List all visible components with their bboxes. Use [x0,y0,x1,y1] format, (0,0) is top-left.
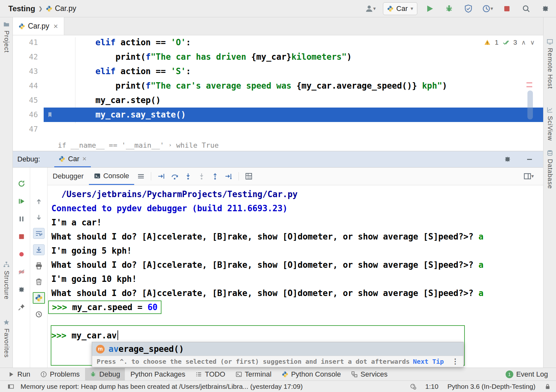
line-number[interactable]: 46 [13,108,38,122]
close-icon[interactable]: × [53,22,58,31]
pin-tab-button[interactable] [16,302,27,312]
profiler-button[interactable]: ▾ [482,4,493,14]
debugger-settings-button[interactable] [16,284,27,295]
coverage-button[interactable] [463,4,474,14]
toolbar-services[interactable]: Services [346,368,392,380]
debug-console[interactable]: /Users/jetbrains/PycharmProjects/Testing… [48,185,543,368]
tool-window-toggle-button[interactable] [6,381,15,392]
tool-window-button-sciview[interactable]: SciView [543,107,556,141]
completion-item[interactable]: m average_speed() [92,342,463,356]
project-name[interactable]: Testing [8,4,35,13]
line-number[interactable]: 43 [13,64,38,79]
editor-scrollbar[interactable] [527,91,533,119]
gear-icon [541,4,550,13]
toolbar-todo[interactable]: TODO [191,368,230,380]
breadcrumb-while[interactable]: while True [176,141,219,149]
code-line-46[interactable]: 46 my_car.say_state() [13,108,543,122]
user-menu-button[interactable]: ▾ [365,4,376,14]
toolbar-terminal[interactable]: Terminal [231,368,276,380]
toolbar-python-packages[interactable]: Python Packages [126,368,190,380]
show-python-prompt-button[interactable] [33,292,45,304]
toolbar-label: Event Log [516,370,548,379]
prev-problem-icon[interactable]: ∧ [521,39,526,46]
step-into-my-code-button[interactable] [196,171,207,181]
pause-button[interactable] [16,214,27,224]
settings-button[interactable] [540,4,551,14]
tool-window-button-favorites[interactable]: Favorites [0,319,13,358]
close-icon[interactable]: × [82,155,86,163]
next-tip-link[interactable]: Next Tip [413,358,444,365]
inspections-widget[interactable]: 1 3 ∧ ∨ [484,39,535,46]
line-number[interactable]: 41 [13,35,38,50]
prev-occurrence-button[interactable] [33,196,44,207]
stop-button[interactable] [501,4,512,14]
code-line-45[interactable]: 45 my_car.step() [13,93,543,108]
stop-icon [18,233,25,240]
layout-settings-button[interactable]: ▾ [523,171,534,181]
debug-button[interactable] [444,4,455,14]
rerun-button[interactable] [16,179,27,189]
line-number[interactable]: 47 [13,122,38,136]
toolbar-label: Python Packages [130,370,185,379]
caret-position[interactable]: 1:10 [425,383,439,390]
console-line-6: I'm going 10 kph! [51,272,543,286]
breadcrumb-main[interactable]: if __name__ == '__main__' [58,141,164,149]
soft-wrap-button[interactable] [33,228,45,239]
completion-popup: m average_speed() Press ^. to choose the… [92,342,464,367]
line-number[interactable]: 45 [13,93,38,108]
next-occurrence-button[interactable] [33,212,44,222]
toolbar-label: Debug [99,370,120,379]
resume-button[interactable] [16,196,27,206]
view-breakpoints-button[interactable] [16,249,27,259]
toolbar-python-console[interactable]: Python Console [277,368,346,380]
kebab-menu-icon[interactable]: ⋮ [452,358,459,365]
debug-settings-button[interactable] [502,154,513,164]
console-history-button[interactable] [33,309,44,319]
code-line-43[interactable]: 43 elif action == 'S': [13,64,543,79]
code-editor[interactable]: 41 elif action == 'O':42 print(f"The car… [13,35,543,139]
debug-session-tab[interactable]: Car × [54,151,91,167]
tab-console[interactable]: Console [89,168,135,185]
scroll-to-end-button[interactable] [33,244,45,255]
line-number[interactable]: 44 [13,79,38,93]
run-button[interactable] [424,4,435,14]
tool-window-button-database[interactable]: Database [543,150,556,189]
file-breadcrumb[interactable]: Car.py [46,4,76,13]
search-everywhere-button[interactable] [521,4,532,14]
mute-breakpoints-button[interactable] [16,267,27,277]
code-line-41[interactable]: 41 elif action == 'O': [13,35,543,50]
clear-console-button[interactable] [33,276,44,287]
status-widget-icon[interactable] [410,383,416,390]
toolbar-event-log[interactable]: 1Event Log [501,368,553,380]
lock-icon[interactable] [544,383,551,390]
step-out-button[interactable] [210,171,221,181]
code-line-47[interactable]: 47 [13,122,543,136]
tool-window-button-remote-host[interactable]: Remote Host [543,39,556,89]
editor-tab-carpy[interactable]: Car.py × [13,17,64,35]
gear-icon [18,286,25,293]
services-icon [351,371,358,378]
hide-tool-window-button[interactable] [524,154,535,164]
line-number[interactable]: 42 [13,50,38,64]
tool-window-button-project[interactable]: Project [0,21,13,53]
toolbar-debug[interactable]: Debug [85,368,125,380]
evaluate-expression-button[interactable] [243,171,254,181]
show-execution-point-button[interactable] [156,171,167,181]
code-line-44[interactable]: 44 print(f"The car's average speed was {… [13,79,543,93]
breakpoint-icon [18,250,25,258]
print-button[interactable] [33,261,44,271]
bookmark-icon[interactable] [47,111,53,119]
stop-process-button[interactable] [16,231,27,242]
python-interpreter[interactable]: Python 3.6 (In-Depth-Testing) [447,383,535,390]
run-to-cursor-button[interactable] [223,171,234,181]
code-line-42[interactable]: 42 print(f"The car has driven {my_car}ki… [13,50,543,64]
toolbar-run[interactable]: Run [3,368,35,380]
next-problem-icon[interactable]: ∨ [530,39,535,46]
run-config-select[interactable]: Car ▾ [383,2,417,15]
tab-debugger[interactable]: Debugger [48,168,89,185]
step-over-button[interactable] [169,171,180,181]
step-into-button[interactable] [183,171,194,181]
view-options-button[interactable] [135,171,146,181]
toolbar-problems[interactable]: Problems [36,368,84,380]
tool-window-button-structure[interactable]: Structure [0,261,13,300]
